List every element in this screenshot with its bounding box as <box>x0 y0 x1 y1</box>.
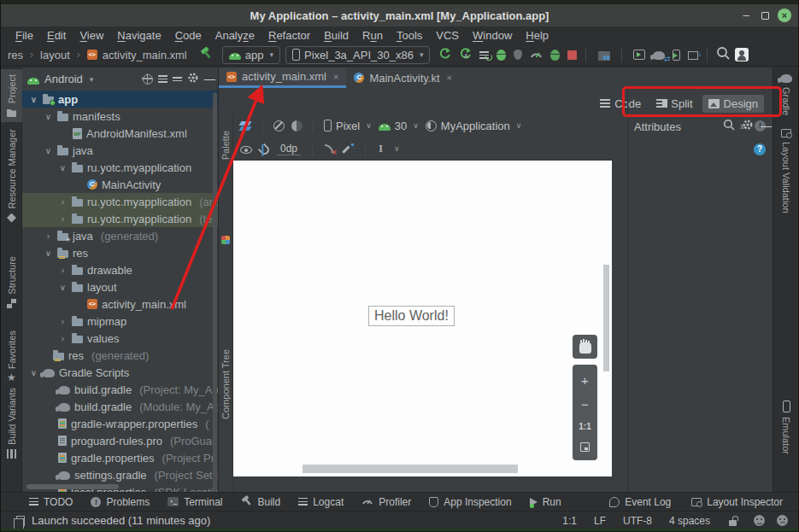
tool-tab-favorites[interactable]: Favorites ★ <box>1 330 22 383</box>
chevron-expanded-icon[interactable]: ∨ <box>44 146 53 155</box>
chevron-expanded-icon[interactable]: ∨ <box>58 283 68 292</box>
tool-tab-build-variants[interactable]: Build Variants <box>1 388 22 459</box>
feedback-happy-icon[interactable] <box>754 515 765 526</box>
lock-icon[interactable] <box>729 520 737 526</box>
status-message[interactable]: Launch succeeded (11 minutes ago) <box>32 514 545 527</box>
tool-todo[interactable]: TODO <box>29 496 73 508</box>
breadcrumb-file[interactable]: activity_main.xml <box>103 49 187 61</box>
component-tree-tab[interactable]: Component Tree <box>220 349 231 419</box>
menu-edit[interactable]: Edit <box>41 29 72 42</box>
gradle-sync-icon[interactable] <box>653 51 665 60</box>
menu-vcs[interactable]: VCS <box>430 29 465 42</box>
tool-tab-layout-validation[interactable]: Layout Validation <box>773 129 799 213</box>
locate-file-icon[interactable] <box>143 74 153 85</box>
hide-panel-icon[interactable]: — <box>761 120 769 133</box>
tool-tab-emulator[interactable]: Emulator <box>773 400 799 454</box>
menu-help[interactable]: Help <box>520 29 555 42</box>
menu-refactor[interactable]: Refactor <box>262 29 316 42</box>
menu-run[interactable]: Run <box>356 29 389 42</box>
theme-selector[interactable]: MyApplication∨ <box>426 120 522 132</box>
night-mode-icon[interactable] <box>291 120 303 132</box>
tree-row-build-gradle-module[interactable]: build.gradle(Module: My_Ap <box>22 398 218 415</box>
tree-row-values[interactable]: ›values <box>22 330 218 347</box>
tree-row-mainactivity[interactable]: MainActivity <box>22 176 218 193</box>
orientation-icon[interactable] <box>273 120 285 132</box>
device-selector[interactable]: Pixel∨ <box>324 120 372 132</box>
tree-row-java[interactable]: ∨java <box>22 142 218 159</box>
profiler-gauge-icon[interactable] <box>530 47 543 62</box>
tool-tab-structure[interactable]: Structure <box>1 256 22 308</box>
chevron-collapsed-icon[interactable]: › <box>58 214 68 224</box>
tree-row-gradle-scripts[interactable]: ∨Gradle Scripts <box>22 364 218 381</box>
chevron-collapsed-icon[interactable]: › <box>58 317 68 326</box>
canvas-vertical-scrollbar[interactable] <box>603 265 609 371</box>
tree-row-res[interactable]: ∨res <box>22 244 218 261</box>
sdk-manager-icon[interactable] <box>688 51 698 60</box>
menu-file[interactable]: File <box>9 29 39 42</box>
chevron-collapsed-icon[interactable]: › <box>58 334 68 343</box>
mode-split-button[interactable]: Split <box>650 95 698 113</box>
close-button[interactable]: × <box>778 9 791 22</box>
view-options-icon[interactable] <box>240 146 252 154</box>
tree-row-proguard[interactable]: proguard-rules.pro(ProGuar <box>22 432 218 449</box>
chevron-expanded-icon[interactable]: ∨ <box>44 248 53 258</box>
breadcrumb-res[interactable]: res <box>8 49 23 61</box>
device-combo[interactable]: Pixel_3a_API_30_x86 ▾ <box>285 46 430 64</box>
tree-row-package-androidtest[interactable]: ›ru.yotc.myapplication(androidTest) <box>22 193 218 210</box>
stop-button[interactable] <box>567 50 577 60</box>
design-surface-icon[interactable] <box>240 120 252 131</box>
tree-row-build-gradle-project[interactable]: build.gradle(Project: My_Ap <box>22 381 218 398</box>
default-margin-selector[interactable]: 0dp <box>277 143 301 155</box>
mode-code-button[interactable]: Code <box>594 95 647 113</box>
tool-run[interactable]: Run <box>530 496 561 508</box>
menu-window[interactable]: Window <box>467 29 518 42</box>
tree-row-mipmap[interactable]: ›mipmap <box>22 313 218 330</box>
line-separator[interactable]: LF <box>594 515 606 527</box>
caret-position[interactable]: 1:1 <box>562 515 577 527</box>
chevron-expanded-icon[interactable]: ∨ <box>58 163 68 172</box>
infer-constraints-icon[interactable] <box>343 143 354 155</box>
collapse-all-icon[interactable] <box>173 77 182 82</box>
chevron-collapsed-icon[interactable]: › <box>44 231 53 241</box>
minimize-button[interactable]: – <box>739 9 753 22</box>
tree-row-activity-main-xml[interactable]: activity_main.xml <box>22 295 218 313</box>
zoom-reset-button[interactable]: 1:1 <box>579 422 590 431</box>
tree-row-res-generated[interactable]: res(generated) <box>22 347 218 364</box>
attach-debugger-icon[interactable] <box>479 51 489 59</box>
project-view-selector[interactable]: Android <box>44 73 83 85</box>
search-everywhere-icon[interactable] <box>716 46 730 63</box>
hide-panel-icon[interactable]: — <box>204 73 213 86</box>
tree-row-gradle-wrapper[interactable]: gradle-wrapper.properties( <box>22 415 218 432</box>
stacked-windows-icon[interactable] <box>16 516 25 526</box>
menu-build[interactable]: Build <box>318 29 355 42</box>
tree-row-package[interactable]: ∨ru.yotc.myapplication <box>22 159 218 176</box>
menu-navigate[interactable]: Navigate <box>111 29 167 42</box>
tree-row-drawable[interactable]: ›drawable <box>22 261 218 278</box>
expand-all-icon[interactable] <box>158 75 167 83</box>
feedback-sad-icon[interactable] <box>777 515 788 526</box>
menu-code[interactable]: Code <box>169 29 208 42</box>
pan-button[interactable] <box>573 335 597 359</box>
zoom-in-button[interactable]: + <box>581 374 589 387</box>
close-icon[interactable]: × <box>447 73 452 83</box>
api-selector[interactable]: 30∨ <box>379 120 419 132</box>
tab-mainactivity-kt[interactable]: MainActivity.kt × <box>346 67 460 88</box>
autoconnect-icon[interactable] <box>258 143 272 156</box>
pack-align-icon[interactable] <box>377 143 385 155</box>
indent-setting[interactable]: 4 spaces <box>669 515 710 527</box>
tool-problems[interactable]: Problems <box>91 496 150 508</box>
tree-row-package-test[interactable]: ›ru.yotc.myapplication(test) <box>22 210 218 227</box>
tool-layout-inspector[interactable]: Layout Inspector <box>691 496 783 508</box>
help-icon[interactable] <box>754 143 766 155</box>
tree-row-app[interactable]: ∨app <box>22 91 218 108</box>
mode-design-button[interactable]: Design <box>702 95 764 113</box>
tree-row-java-generated[interactable]: ›java(generated) <box>22 227 218 244</box>
tool-tab-gradle[interactable]: Gradle <box>773 73 799 115</box>
menu-tools[interactable]: Tools <box>391 29 428 42</box>
tree-row-manifests[interactable]: ∨manifests <box>22 108 218 125</box>
retry-debug-icon[interactable] <box>550 50 560 61</box>
chevron-collapsed-icon[interactable]: › <box>58 197 68 207</box>
tree-row-gradle-properties[interactable]: gradle.properties(Project Pr <box>22 449 218 466</box>
canvas-horizontal-scrollbar[interactable] <box>303 465 518 473</box>
chevron-expanded-icon[interactable]: ∨ <box>29 368 38 377</box>
